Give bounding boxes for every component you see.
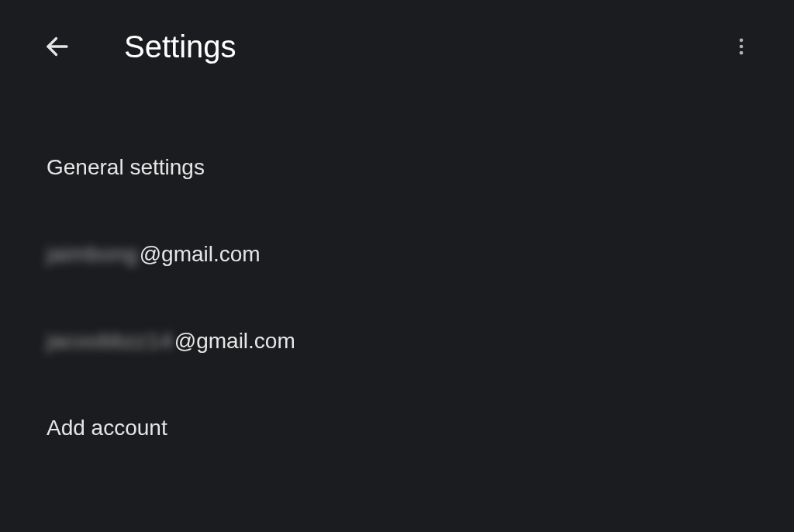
svg-point-1: [740, 39, 744, 43]
add-account-label: Add account: [47, 416, 167, 440]
account-local-blurred: jaimbong: [47, 242, 138, 267]
general-settings-label: General settings: [47, 155, 205, 180]
more-vertical-icon: [730, 36, 752, 57]
page-title: Settings: [124, 29, 236, 64]
account-domain: @gmail.com: [174, 329, 295, 354]
account-email-2: jacoobbzz14 @gmail.com: [47, 329, 295, 354]
account-domain: @gmail.com: [140, 242, 261, 267]
back-button[interactable]: [39, 28, 76, 65]
general-settings-item[interactable]: General settings: [47, 124, 747, 211]
account-item-1[interactable]: jaimbong @gmail.com: [47, 211, 747, 298]
svg-point-2: [740, 45, 744, 49]
svg-point-3: [740, 51, 744, 55]
arrow-left-icon: [43, 33, 71, 60]
settings-list: General settings jaimbong @gmail.com jac…: [0, 93, 794, 472]
header: Settings: [0, 0, 794, 93]
add-account-item[interactable]: Add account: [47, 385, 747, 472]
account-local-blurred: jacoobbzz14: [47, 329, 173, 354]
account-item-2[interactable]: jacoobbzz14 @gmail.com: [47, 298, 747, 385]
more-options-button[interactable]: [723, 28, 760, 65]
account-email-1: jaimbong @gmail.com: [47, 242, 261, 267]
